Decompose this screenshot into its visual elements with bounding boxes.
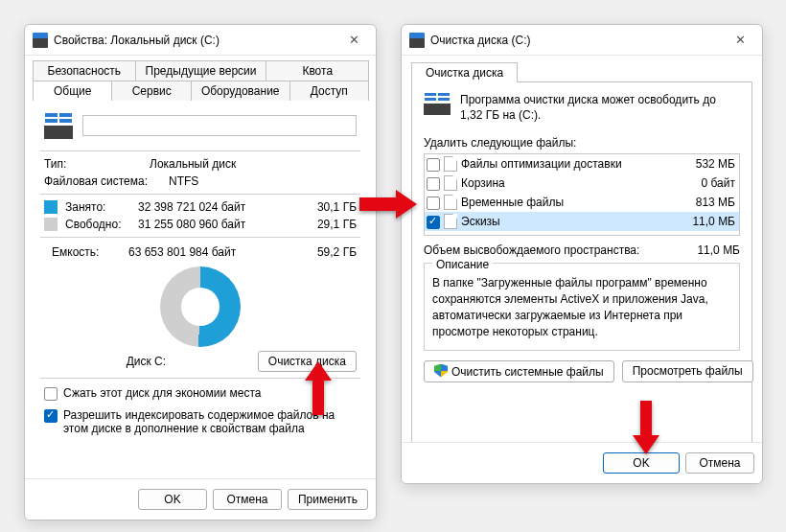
drive-icon [424, 92, 451, 117]
description-text: В папке "Загруженные файлы программ" вре… [432, 275, 731, 339]
used-swatch [44, 200, 58, 214]
titlebar: Очистка диска (C:) ✕ [402, 25, 762, 56]
disk-label: Диск C: [44, 355, 248, 368]
tabs: Очистка диска [402, 56, 762, 81]
tab-tools[interactable]: Сервис [111, 81, 191, 101]
index-checkbox[interactable] [44, 409, 58, 423]
freed-label: Объем высвобождаемого пространства: [424, 243, 673, 257]
fs-label: Файловая система: [44, 174, 169, 188]
titlebar: Свойства: Локальный диск (C:) ✕ [25, 25, 376, 56]
file-checkbox[interactable] [427, 177, 440, 191]
file-row[interactable]: Временные файлы813 МБ [425, 193, 739, 212]
view-files-button[interactable]: Просмотреть файлы [622, 360, 753, 382]
ok-button[interactable]: OK [603, 452, 680, 474]
window-title: Очистка диска (C:) [430, 34, 726, 47]
file-size: 0 байт [678, 176, 735, 190]
index-label: Разрешить индексировать содержимое файло… [63, 408, 357, 435]
cancel-button[interactable]: Отмена [213, 489, 282, 510]
tabs: Безопасность Предыдущие версии Квота Общ… [25, 56, 376, 100]
file-name: Эскизы [461, 215, 674, 228]
delete-label: Удалить следующие файлы: [424, 132, 740, 153]
disk-cleanup-button[interactable]: Очистка диска [258, 351, 357, 372]
file-checkbox[interactable] [427, 216, 440, 229]
file-row[interactable]: Файлы оптимизации доставки532 МБ [425, 154, 739, 173]
window-title: Свойства: Локальный диск (C:) [54, 34, 339, 47]
capacity-bytes: 63 653 801 984 байт [128, 245, 309, 259]
general-panel: Тип:Локальный диск Файловая система:NTFS… [33, 100, 368, 443]
dialog-buttons: OK Отмена [402, 442, 762, 483]
close-icon[interactable]: ✕ [726, 33, 754, 47]
dialog-buttons: OK Отмена Применить [25, 478, 376, 520]
used-bytes: 32 398 721 024 байт [138, 200, 309, 214]
free-gb: 29,1 ГБ [309, 218, 357, 231]
file-row[interactable]: Корзина0 байт [425, 173, 739, 193]
file-name: Корзина [461, 176, 674, 190]
file-list[interactable]: Файлы оптимизации доставки532 МБКорзина0… [424, 153, 740, 236]
tab-general[interactable]: Общие [33, 81, 112, 101]
type-value: Локальный диск [150, 157, 357, 171]
free-bytes: 31 255 080 960 байт [138, 218, 309, 231]
drive-icon [409, 33, 425, 48]
document-icon [444, 175, 457, 191]
file-row[interactable]: Эскизы11,0 МБ [425, 212, 739, 231]
document-icon [444, 214, 457, 229]
used-gb: 30,1 ГБ [309, 200, 357, 214]
document-icon [444, 156, 457, 172]
free-label: Свободно: [65, 218, 138, 231]
capacity-gb: 59,2 ГБ [309, 245, 357, 259]
compress-label: Сжать этот диск для экономии места [63, 386, 261, 400]
tab-sharing[interactable]: Доступ [289, 81, 369, 101]
disk-cleanup-window: Очистка диска (C:) ✕ Очистка диска Прогр… [401, 24, 763, 484]
file-checkbox[interactable] [427, 197, 440, 210]
close-icon[interactable]: ✕ [339, 33, 368, 47]
drive-name-input[interactable] [82, 115, 357, 136]
usage-donut-chart [160, 266, 241, 347]
clean-system-files-button[interactable]: Очистить системные файлы [424, 360, 614, 382]
file-checkbox[interactable] [427, 158, 440, 172]
tab-hardware[interactable]: Оборудование [191, 81, 290, 101]
ok-button[interactable]: OK [138, 489, 207, 510]
compress-checkbox[interactable] [44, 387, 58, 401]
free-swatch [44, 218, 58, 231]
tab-quota[interactable]: Квота [266, 60, 369, 81]
file-name: Файлы оптимизации доставки [461, 157, 674, 171]
tab-previous-versions[interactable]: Предыдущие версии [135, 60, 267, 81]
tab-disk-cleanup[interactable]: Очистка диска [411, 62, 518, 82]
description-group: Описание В папке "Загруженные файлы прог… [424, 263, 740, 350]
drive-icon [33, 33, 48, 48]
cancel-button[interactable]: Отмена [685, 452, 754, 474]
description-legend: Описание [432, 258, 493, 271]
freed-value: 11,0 МБ [673, 243, 740, 257]
capacity-label: Емкость: [52, 245, 128, 259]
fs-value: NTFS [169, 174, 357, 188]
file-size: 813 МБ [678, 196, 735, 209]
used-label: Занято: [65, 200, 138, 214]
drive-icon [44, 112, 73, 139]
document-icon [444, 195, 457, 210]
tab-security[interactable]: Безопасность [33, 60, 136, 81]
info-text: Программа очистки диска может освободить… [460, 92, 740, 123]
properties-window: Свойства: Локальный диск (C:) ✕ Безопасн… [24, 24, 377, 520]
file-name: Временные файлы [461, 196, 674, 209]
cleanup-panel: Программа очистки диска может освободить… [411, 81, 752, 446]
type-label: Тип: [44, 157, 150, 171]
file-size: 11,0 МБ [678, 215, 735, 228]
shield-icon [434, 364, 448, 378]
apply-button[interactable]: Применить [288, 489, 368, 510]
file-size: 532 МБ [678, 157, 735, 171]
